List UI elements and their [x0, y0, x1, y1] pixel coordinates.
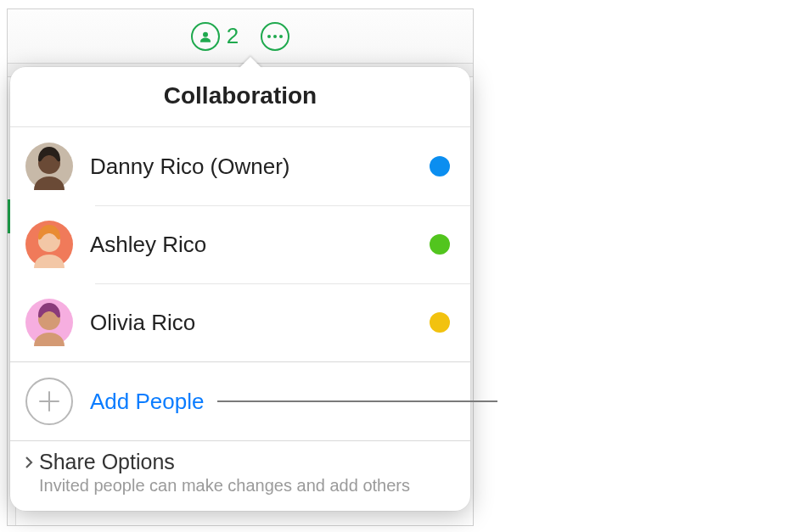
row-separator [95, 283, 470, 284]
more-toolbar-button[interactable] [261, 22, 289, 51]
popover-title: Collaboration [10, 67, 470, 127]
collaboration-toolbar-button[interactable]: 2 [191, 22, 239, 51]
presence-dot [430, 156, 450, 176]
participant-name: Ashley Rico [90, 232, 413, 258]
participant-name: Danny Rico (Owner) [90, 154, 413, 180]
people-count: 2 [227, 23, 239, 49]
row-separator [95, 205, 470, 206]
participant-row[interactable]: Ashley Rico [10, 205, 470, 283]
share-options-button[interactable]: Share Options Invited people can make ch… [10, 441, 470, 511]
people-icon [191, 22, 220, 51]
share-options-subtitle: Invited people can make changes and add … [39, 476, 455, 496]
presence-dot [430, 312, 450, 333]
popover-arrow [239, 57, 262, 69]
participant-row[interactable]: Danny Rico (Owner) [10, 127, 470, 205]
presence-dot [430, 234, 450, 255]
participant-name: Olivia Rico [90, 310, 413, 336]
avatar [25, 221, 73, 268]
svg-point-0 [203, 31, 208, 36]
add-people-label: Add People [90, 389, 204, 415]
app-window: 2 Collaboration Danny Rico (Owner)Ashley… [7, 8, 474, 526]
participant-row[interactable]: Olivia Rico [10, 283, 470, 361]
participant-list: Danny Rico (Owner)Ashley RicoOlivia Rico [10, 127, 470, 361]
more-icon [267, 35, 283, 38]
callout-line [217, 400, 497, 402]
avatar [25, 143, 73, 190]
share-options-title: Share Options [39, 450, 175, 474]
collaboration-popover: Collaboration Danny Rico (Owner)Ashley R… [10, 67, 470, 511]
toolbar: 2 [8, 9, 473, 64]
chevron-right-icon [22, 456, 36, 469]
plus-icon [25, 378, 73, 425]
avatar [25, 299, 73, 346]
